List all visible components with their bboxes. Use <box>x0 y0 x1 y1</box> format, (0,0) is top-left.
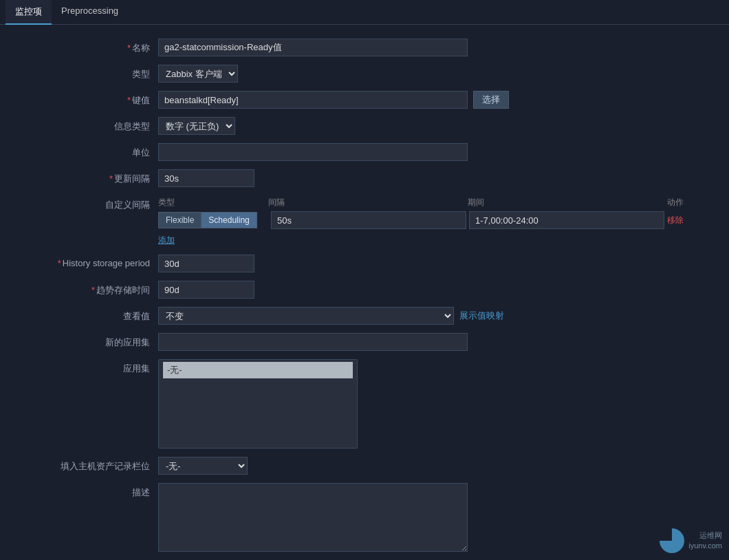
info-type-row: 信息类型 数字 (无正负) <box>0 117 729 135</box>
trend-label: *趋势存储时间 <box>21 281 158 297</box>
tab-preprocessing[interactable]: Preprocessing <box>52 0 128 25</box>
info-type-control: 数字 (无正负) <box>158 117 708 135</box>
tab-bar: 监控项 Preprocessing <box>0 0 729 25</box>
key-row: *键值 选择 <box>0 91 729 109</box>
update-interval-label: *更新间隔 <box>21 169 158 185</box>
trend-control <box>158 281 708 299</box>
flexible-button[interactable]: Flexible <box>158 212 201 228</box>
name-row: *名称 <box>0 39 729 56</box>
app-control: -无- <box>158 359 708 449</box>
custom-interval-container: 类型 间隔 期间 动作 Flexible Scheduling 移除 添加 <box>158 195 708 246</box>
new-app-control <box>158 333 708 351</box>
tab-monitor[interactable]: 监控项 <box>6 0 52 25</box>
new-app-input[interactable] <box>158 333 468 351</box>
scheduling-button[interactable]: Scheduling <box>201 212 257 228</box>
watermark-icon <box>660 528 684 553</box>
history-control <box>158 255 708 272</box>
type-label: 类型 <box>21 65 158 80</box>
description-label: 描述 <box>21 483 158 499</box>
update-interval-control <box>158 169 708 187</box>
update-interval-input[interactable] <box>158 169 254 187</box>
show-value-control: 不变 展示值映射 <box>158 307 708 325</box>
type-select[interactable]: Zabbix 客户端 <box>158 65 238 83</box>
trend-input[interactable] <box>158 281 254 299</box>
interval-value-input[interactable] <box>271 211 466 229</box>
name-label: *名称 <box>21 39 158 54</box>
show-value-label: 查看值 <box>21 307 158 323</box>
update-interval-row: *更新间隔 <box>0 169 729 187</box>
unit-input[interactable] <box>158 143 468 161</box>
history-input[interactable] <box>158 255 254 272</box>
app-row: 应用集 -无- <box>0 359 729 449</box>
watermark: 运维网 iyunv.com <box>660 528 722 553</box>
interval-row: Flexible Scheduling 移除 <box>158 211 708 229</box>
remove-interval-link[interactable]: 移除 <box>667 215 708 226</box>
name-input[interactable] <box>158 39 468 56</box>
host-asset-select[interactable]: -无- <box>158 457 248 475</box>
show-value-row: 查看值 不变 展示值映射 <box>0 307 729 325</box>
description-textarea[interactable] <box>158 483 468 552</box>
show-value-select[interactable]: 不变 <box>158 307 454 325</box>
interval-header: 类型 间隔 期间 动作 <box>158 195 708 210</box>
unit-row: 单位 <box>0 143 729 161</box>
interval-period-input[interactable] <box>469 211 664 229</box>
key-select-button[interactable]: 选择 <box>473 91 509 109</box>
key-label: *键值 <box>21 91 158 107</box>
host-asset-control: -无- <box>158 457 708 475</box>
unit-control <box>158 143 708 161</box>
new-app-row: 新的应用集 <box>0 333 729 351</box>
name-control <box>158 39 708 56</box>
form-content: *名称 类型 Zabbix 客户端 *键值 选择 信息类型 <box>0 25 729 560</box>
history-row: *History storage period <box>0 255 729 272</box>
key-control: 选择 <box>158 91 708 109</box>
app-label: 应用集 <box>21 359 158 375</box>
info-type-select[interactable]: 数字 (无正负) <box>158 117 235 135</box>
unit-label: 单位 <box>21 143 158 159</box>
custom-interval-control: 类型 间隔 期间 动作 Flexible Scheduling 移除 添加 <box>158 195 708 246</box>
info-type-label: 信息类型 <box>21 117 158 133</box>
trend-row: *趋势存储时间 <box>0 281 729 299</box>
app-listbox[interactable]: -无- <box>158 359 358 449</box>
new-app-label: 新的应用集 <box>21 333 158 349</box>
history-label: *History storage period <box>21 255 158 268</box>
custom-interval-row: 自定义间隔 类型 间隔 期间 动作 Flexible Scheduling <box>0 195 729 246</box>
description-row: 描述 <box>0 483 729 552</box>
host-asset-label: 填入主机资产记录栏位 <box>21 457 158 473</box>
type-control: Zabbix 客户端 <box>158 65 708 83</box>
description-control <box>158 483 708 552</box>
host-asset-row: 填入主机资产记录栏位 -无- <box>0 457 729 475</box>
type-row: 类型 Zabbix 客户端 <box>0 65 729 83</box>
show-mapping-link[interactable]: 展示值映射 <box>459 310 504 322</box>
custom-interval-label: 自定义间隔 <box>21 195 158 211</box>
add-interval-link[interactable]: 添加 <box>158 235 175 246</box>
interval-type-btns: Flexible Scheduling <box>158 212 268 228</box>
key-input[interactable] <box>158 91 468 109</box>
